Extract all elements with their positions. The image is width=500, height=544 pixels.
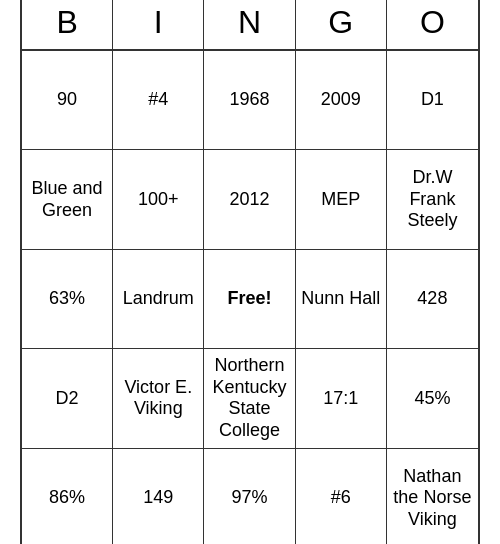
bingo-cell-18: 17:1: [296, 349, 387, 448]
bingo-cell-23: #6: [296, 449, 387, 544]
cell-text-1: #4: [148, 89, 168, 111]
cell-text-2: 1968: [229, 89, 269, 111]
cell-text-12: Free!: [227, 288, 271, 310]
letter-b: B: [22, 0, 113, 49]
bingo-cell-17: Northern Kentucky State College: [204, 349, 295, 448]
cell-text-14: 428: [417, 288, 447, 310]
cell-text-18: 17:1: [323, 388, 358, 410]
cell-text-7: 2012: [229, 189, 269, 211]
bingo-cell-19: 45%: [387, 349, 478, 448]
cell-text-9: Dr.W Frank Steely: [391, 167, 474, 232]
bingo-cell-3: 2009: [296, 51, 387, 150]
bingo-cell-0: 90: [22, 51, 113, 150]
bingo-cell-5: Blue and Green: [22, 150, 113, 249]
cell-text-16: Victor E. Viking: [117, 377, 199, 420]
cell-text-10: 63%: [49, 288, 85, 310]
bingo-card: B I N G O 90#419682009D1Blue and Green10…: [20, 0, 480, 544]
cell-text-19: 45%: [414, 388, 450, 410]
bingo-cell-20: 86%: [22, 449, 113, 544]
bingo-cell-22: 97%: [204, 449, 295, 544]
letter-g: G: [296, 0, 387, 49]
cell-text-6: 100+: [138, 189, 179, 211]
bingo-cell-4: D1: [387, 51, 478, 150]
cell-text-8: MEP: [321, 189, 360, 211]
cell-text-22: 97%: [231, 487, 267, 509]
bingo-header: B I N G O: [22, 0, 478, 51]
bingo-cell-14: 428: [387, 250, 478, 349]
bingo-cell-21: 149: [113, 449, 204, 544]
cell-text-5: Blue and Green: [26, 178, 108, 221]
bingo-cell-10: 63%: [22, 250, 113, 349]
letter-i: I: [113, 0, 204, 49]
bingo-cell-6: 100+: [113, 150, 204, 249]
bingo-cell-12: Free!: [204, 250, 295, 349]
cell-text-3: 2009: [321, 89, 361, 111]
bingo-cell-11: Landrum: [113, 250, 204, 349]
letter-o: O: [387, 0, 478, 49]
bingo-cell-7: 2012: [204, 150, 295, 249]
bingo-cell-13: Nunn Hall: [296, 250, 387, 349]
bingo-cell-2: 1968: [204, 51, 295, 150]
cell-text-20: 86%: [49, 487, 85, 509]
bingo-cell-24: Nathan the Norse Viking: [387, 449, 478, 544]
bingo-cell-8: MEP: [296, 150, 387, 249]
cell-text-13: Nunn Hall: [301, 288, 380, 310]
cell-text-11: Landrum: [123, 288, 194, 310]
bingo-cell-16: Victor E. Viking: [113, 349, 204, 448]
cell-text-17: Northern Kentucky State College: [208, 355, 290, 441]
cell-text-0: 90: [57, 89, 77, 111]
bingo-grid: 90#419682009D1Blue and Green100+2012MEPD…: [22, 51, 478, 544]
bingo-cell-1: #4: [113, 51, 204, 150]
bingo-cell-15: D2: [22, 349, 113, 448]
bingo-cell-9: Dr.W Frank Steely: [387, 150, 478, 249]
cell-text-24: Nathan the Norse Viking: [391, 466, 474, 531]
cell-text-15: D2: [56, 388, 79, 410]
cell-text-23: #6: [331, 487, 351, 509]
cell-text-21: 149: [143, 487, 173, 509]
cell-text-4: D1: [421, 89, 444, 111]
letter-n: N: [204, 0, 295, 49]
